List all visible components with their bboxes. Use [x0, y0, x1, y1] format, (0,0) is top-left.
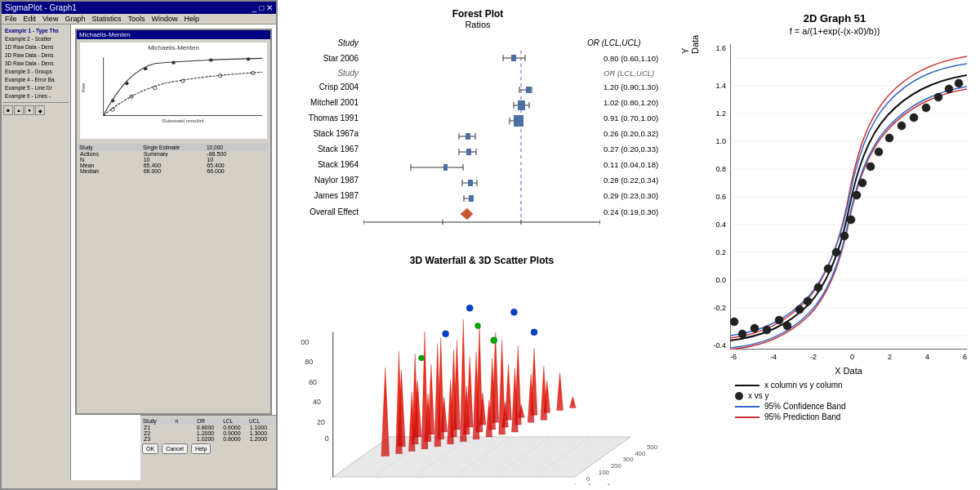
menu-help[interactable]: Help: [184, 15, 199, 23]
michaelis-graph-area: Michaelis-Menten: [79, 42, 268, 140]
y-tick--0.4: -0.4: [702, 322, 728, 350]
y-tick-labels: 1.6 1.4 1.2 1.0 0.8 0.6 0.4 0.2 0.0 -0.2…: [702, 44, 728, 350]
ok-button[interactable]: OK: [142, 443, 158, 454]
svg-point-174: [910, 114, 918, 122]
svg-rect-48: [468, 180, 473, 186]
fp-study-col-header: Study: [286, 38, 363, 47]
svg-point-108: [466, 305, 473, 311]
bottom-data-table: Study n OR LCL UCL Z1 0.8000 0.6000 1.10…: [140, 415, 276, 480]
svg-marker-99: [421, 332, 428, 449]
sidebar-item-7[interactable]: Example 4 - Error Ba: [3, 76, 69, 83]
svg-text:1: 1: [519, 225, 523, 226]
y-tick-0.0: 0.0: [702, 266, 728, 294]
col-mean: 10,000: [207, 145, 268, 150]
svg-marker-105: [499, 340, 506, 434]
x-axis-label: X Data: [730, 366, 967, 376]
svg-text:0: 0: [586, 475, 590, 483]
toolbar-icon-4[interactable]: ◆: [35, 105, 45, 115]
svg-point-170: [866, 163, 875, 171]
menu-tools[interactable]: Tools: [127, 15, 145, 23]
y-tick-1.6: 1.6: [702, 44, 728, 72]
x-tick--4: -4: [770, 353, 777, 361]
fp-or-study2: OR (LCL,UCL): [604, 66, 670, 79]
menu-graph[interactable]: Graph: [65, 15, 85, 23]
btable-row-3: Z3 1.0200 0.8000 1.2000: [142, 436, 274, 442]
fp-label-study2: Study: [286, 66, 363, 79]
fp-or-overall: 0.24 (0.19,0.30): [604, 203, 670, 220]
svg-point-176: [934, 93, 942, 101]
window-title: SigmaPlot - Graph1: [5, 3, 77, 12]
sidebar-item-5[interactable]: 3D Raw Data - Dens: [3, 60, 69, 67]
menu-file[interactable]: File: [5, 15, 17, 23]
y-tick-0.8: 0.8: [702, 155, 728, 183]
graph-2d-subtitle: f = a/(1+exp(-(x-x0)/b)): [702, 26, 967, 36]
svg-point-156: [738, 330, 746, 338]
sidebar-item-6[interactable]: Example 3 - Groups: [3, 68, 69, 75]
legend-line-red: [735, 416, 760, 418]
window-title-bar: SigmaPlot - Graph1 _ □ ✕: [2, 2, 276, 14]
x-tick-6: 6: [963, 353, 967, 361]
michaelis-graph-title: Michaelis-Menten: [80, 42, 267, 53]
svg-point-167: [847, 216, 855, 224]
left-content: Example 1 - Type Ths Example 2 - Scatter…: [2, 24, 276, 480]
svg-text:0.1: 0.1: [438, 225, 448, 226]
legend-item-dot: x vs y: [735, 391, 967, 400]
sidebar-item-3[interactable]: 1D Raw Data - Dens: [3, 43, 69, 51]
svg-point-166: [840, 232, 849, 240]
fp-or-col-header: OR (LCL,UCL): [584, 38, 670, 47]
svg-marker-53: [461, 208, 473, 220]
svg-text:200: 200: [611, 462, 622, 470]
fp-or-crisp2004: 1.20 (0.90,1.30): [604, 79, 670, 95]
y-tick--0.2: -0.2: [702, 294, 728, 322]
svg-point-107: [443, 331, 449, 337]
waterfall-title: 3D Waterfall & 3D Scatter Plots: [278, 253, 686, 266]
svg-text:60: 60: [309, 378, 317, 386]
svg-point-157: [751, 324, 759, 332]
svg-point-168: [853, 191, 861, 199]
menu-statistics[interactable]: Statistics: [91, 15, 121, 23]
cancel-button[interactable]: Cancel: [162, 443, 188, 454]
svg-point-155: [730, 318, 738, 326]
menu-edit[interactable]: Edit: [24, 15, 37, 23]
sidebar-item-4[interactable]: 2D Raw Data - Dens: [3, 51, 69, 59]
svg-point-163: [814, 283, 822, 292]
svg-marker-82: [557, 372, 564, 410]
btable-buttons[interactable]: OK Cancel Help: [142, 443, 274, 454]
left-software-panel: SigmaPlot - Graph1 _ □ ✕ File Edit View …: [0, 0, 278, 490]
legend-line-blue: [735, 406, 760, 408]
svg-point-4: [144, 67, 148, 70]
toolbar-icon-3[interactable]: ●: [24, 105, 34, 115]
menu-bar[interactable]: File Edit View Graph Statistics Tools Wi…: [2, 14, 276, 24]
svg-rect-32: [514, 115, 523, 127]
svg-text:300: 300: [622, 456, 634, 463]
btable-row-2: Z2 1.2000 0.9000 1.3000: [142, 430, 274, 436]
toolbar-icon-2[interactable]: ▲: [14, 105, 24, 115]
fp-or-mitchell2001: 1.02 (0.80,1.20): [604, 95, 670, 110]
sidebar-item-1[interactable]: Example 1 - Type Ths: [3, 27, 69, 34]
data-row-2: N 10 10: [78, 157, 269, 163]
menu-view[interactable]: View: [42, 15, 58, 23]
fp-label-thomas1991: Thomas 1991: [286, 110, 363, 126]
svg-text:20: 20: [317, 418, 325, 426]
window-controls: _ □ ✕: [252, 3, 273, 12]
svg-text:0: 0: [325, 434, 329, 443]
svg-text:150: 150: [457, 483, 469, 485]
y-tick-1.4: 1.4: [702, 72, 728, 100]
sidebar-item-8[interactable]: Example 5 - Line Gr: [3, 84, 69, 91]
svg-point-2: [111, 99, 115, 102]
fp-or-james1987: 0.29 (0.23,0.30): [604, 188, 670, 203]
right-panel: 2D Graph 51 f = a/(1+exp(-(x-x0)/b)) Y D…: [686, 0, 980, 490]
legend-label-prediction: 95% Prediction Band: [764, 412, 840, 421]
help-button[interactable]: Help: [191, 443, 211, 454]
sidebar-item-9[interactable]: Example 6 - Lines -: [3, 92, 69, 100]
data-row-1: Actions Summary -88.500: [78, 151, 269, 157]
svg-rect-52: [469, 195, 474, 202]
toolbar-icon-1[interactable]: ■: [3, 105, 13, 115]
svg-point-171: [875, 148, 883, 156]
y-tick-1.2: 1.2: [702, 100, 728, 127]
menu-window[interactable]: Window: [151, 15, 177, 23]
sidebar-item-2[interactable]: Example 2 - Scatter: [3, 35, 69, 42]
svg-rect-44: [443, 164, 448, 171]
waterfall-area: 3D Waterfall & 3D Scatter Plots: [278, 253, 686, 490]
inner-window-title: Michaelis-Menten: [77, 30, 270, 39]
